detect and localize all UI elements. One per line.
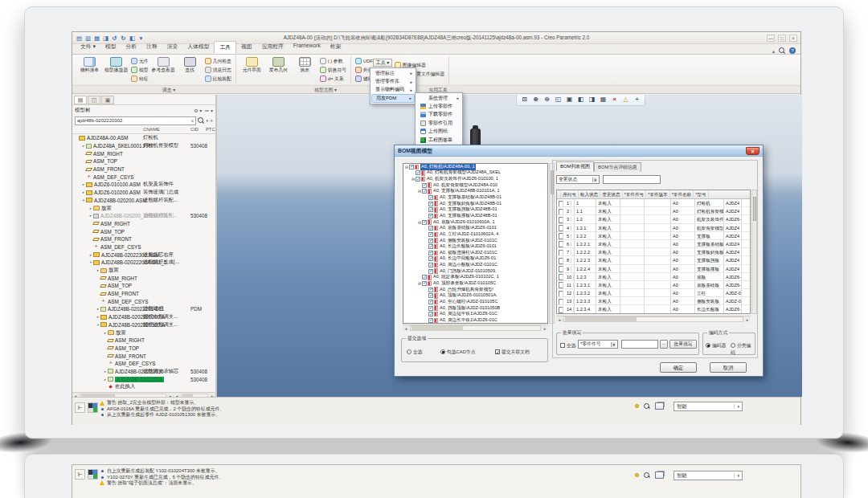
checkbox-select-all[interactable]: 全选 <box>560 342 576 349</box>
node-checkbox[interactable] <box>422 281 427 286</box>
ribbon-tab[interactable]: 人体模型 <box>182 41 214 54</box>
column-header-cname[interactable]: CNAME <box>143 127 160 132</box>
cad-model-bottle[interactable] <box>470 129 481 145</box>
submenu-item[interactable]: 系统管理▸ <box>416 94 461 102</box>
node-checkbox[interactable] <box>428 251 433 255</box>
node-checkbox[interactable] <box>428 288 433 292</box>
node-checkbox[interactable] <box>428 263 433 267</box>
node-checkbox[interactable] <box>428 195 433 200</box>
ribbon-tab[interactable]: 文件 ▾ <box>76 41 100 54</box>
ribbon-button[interactable]: ( ) 参数 <box>320 57 346 65</box>
add-filter-icon[interactable]: + <box>210 118 213 124</box>
node-checkbox[interactable] <box>428 226 433 231</box>
folder-browser-tab[interactable]: ◫ <box>88 96 100 104</box>
node-checkbox[interactable] <box>428 312 433 316</box>
graphics-toolbar-icon[interactable]: ⊡ <box>519 95 530 104</box>
row-checkbox[interactable] <box>559 299 563 305</box>
column-header[interactable]: *零件版本 <box>646 190 670 198</box>
model-tree-row[interactable]: ▸ AJDZ48B-020200_SKEL0001 进瓶螺杆装配.. 53040… <box>72 212 215 220</box>
search-icon[interactable] <box>198 117 204 124</box>
tree-search-box[interactable]: × <box>75 116 196 125</box>
row-checkbox[interactable] <box>559 258 563 264</box>
graphics-toolbar-icon[interactable]: ▣ <box>564 95 575 104</box>
combo-caret-icon[interactable]: ▾ <box>611 342 616 347</box>
graphics-toolbar-icon[interactable]: + <box>632 95 642 104</box>
graphics-toolbar-icon[interactable]: △ <box>620 95 631 104</box>
model-tree-row[interactable]: ▾ AJDZ48B-020200.ASM 进瓶螺杆装配... <box>72 197 215 205</box>
node-checkbox[interactable] <box>409 165 414 169</box>
command-search-icon[interactable] <box>779 47 785 54</box>
table-row[interactable]: 5 1.2.2 未检入 A0 支撑板 AJDZ4 <box>557 232 750 240</box>
graphics-toolbar-icon[interactable]: × <box>609 95 620 104</box>
row-checkbox[interactable] <box>559 241 563 247</box>
model-tree-row[interactable]: AJDZ48A-00.ASM 灯检机 <box>72 134 215 142</box>
change-state-combo[interactable]: 变更状态▾ <box>556 175 600 184</box>
node-checkbox[interactable] <box>428 244 433 249</box>
radio-icon[interactable] <box>706 343 710 348</box>
row-checkbox[interactable] <box>559 209 563 215</box>
radio-classified-coding[interactable]: 分类编码 <box>731 342 755 357</box>
search-options-caret-icon[interactable]: ▾ <box>206 118 208 123</box>
graphics-toolbar-icon[interactable]: ◧ <box>575 95 586 104</box>
checkbox-icon[interactable] <box>495 349 500 354</box>
row-checkbox[interactable] <box>559 201 563 207</box>
ribbon-tab[interactable]: 分析 <box>121 41 142 54</box>
ribbon-button[interactable]: 切换符号 <box>320 66 346 74</box>
model-tree-row[interactable]: ▸ AJDZ6-010100.ASM 机架及装饰件 <box>72 181 215 189</box>
node-checkbox[interactable] <box>422 189 427 194</box>
radio-select-all[interactable]: 全选 <box>407 349 423 356</box>
table-horizontal-scrollbar[interactable]: ◂ ▸ <box>556 316 751 322</box>
close-button[interactable]: × <box>789 35 797 42</box>
column-header-ptcmat[interactable]: PTC_MAT <box>206 127 217 132</box>
ribbon-tab[interactable]: 应用程序 <box>257 41 289 54</box>
dialog-title-bar[interactable]: BOM视图模型 × <box>395 145 763 157</box>
quick-access-icon[interactable]: ▤ <box>76 35 83 42</box>
table-row[interactable]: 1 1 未检入 A0 灯检机 AJDZ4 <box>557 199 750 207</box>
submenu-item[interactable]: 零部件引用 <box>416 119 461 127</box>
tree-search-input[interactable] <box>76 118 190 123</box>
row-checkbox[interactable] <box>559 282 563 288</box>
model-tree-row[interactable]: ▸ 放置 <box>72 267 215 275</box>
node-checkbox[interactable] <box>416 170 420 175</box>
table-vertical-scrollbar[interactable] <box>751 190 757 314</box>
dialog-close-button[interactable]: × <box>746 147 760 155</box>
window-list-icon[interactable] <box>655 402 664 410</box>
tree-settings-icon[interactable]: ⚙ ▾ <box>194 108 202 113</box>
menu-item[interactable]: 管理零件库▸ <box>371 77 415 85</box>
filter-value-input[interactable] <box>603 175 661 184</box>
node-checkbox[interactable] <box>428 293 433 298</box>
ribbon-tab[interactable]: 工具 <box>214 41 236 54</box>
model-tree-row[interactable]: ASM_DEF_CSYS <box>72 297 215 305</box>
table-row[interactable]: 2 1.1 未检入 A0 灯检机骨架模型 AJDZ4 <box>557 207 750 215</box>
bom-pane-tab[interactable]: BOM节点详细信息 <box>594 162 641 172</box>
radio-checked-cad-nodes[interactable]: 勾选CAD节点 <box>440 349 475 356</box>
model-tree-row[interactable]: ASM_TOP <box>72 227 215 235</box>
menu-item[interactable]: 显示物料编码▸ <box>371 86 415 94</box>
row-checkbox[interactable] <box>559 274 563 280</box>
radio-icon[interactable] <box>440 349 445 354</box>
ribbon-button[interactable]: 模型 <box>131 66 149 74</box>
node-checkbox[interactable] <box>416 177 420 182</box>
browse-button[interactable]: ... <box>660 340 668 349</box>
favorites-tab[interactable]: ▣ <box>101 96 114 104</box>
ribbon-button[interactable]: 几何检查 <box>205 57 231 65</box>
model-tree-row[interactable]: ASM_DEF_CSYS <box>72 173 215 181</box>
node-checkbox[interactable] <box>428 300 433 304</box>
table-row[interactable]: 3 1.2 未检入 A0 机架及装饰件 AJDZ6- <box>557 215 750 223</box>
bom-tree-row[interactable]: A0, 周边长平铁1\AJDZ6-01C <box>403 317 547 324</box>
radio-icon[interactable] <box>407 349 411 354</box>
model-tree-row[interactable]: ASM_FRONT <box>72 165 215 173</box>
ribbon-tab[interactable]: 模型 <box>100 41 121 54</box>
ribbon-tab[interactable]: Framework <box>289 41 326 54</box>
model-tree-row[interactable]: ASM_DEF_CSYS <box>72 243 215 251</box>
ribbon-button[interactable]: 参考查看器 <box>150 55 177 84</box>
row-checkbox[interactable] <box>559 217 563 223</box>
column-header[interactable]: *型号 <box>694 190 708 198</box>
bom-tree-horizontal-scrollbar[interactable]: ◂ ▸ <box>403 325 548 331</box>
model-tree-row[interactable]: 在此插入 <box>72 383 215 391</box>
row-checkbox[interactable] <box>559 250 563 256</box>
submenu-item[interactable]: 工程图签章 <box>416 136 461 144</box>
ribbon-tab[interactable]: 视图 <box>236 41 257 54</box>
table-row[interactable]: 4 1.2.1 未检入 A0 机架骨架模型 AJDZ4 <box>557 224 750 232</box>
ribbon-button[interactable]: 元件 <box>131 57 149 65</box>
